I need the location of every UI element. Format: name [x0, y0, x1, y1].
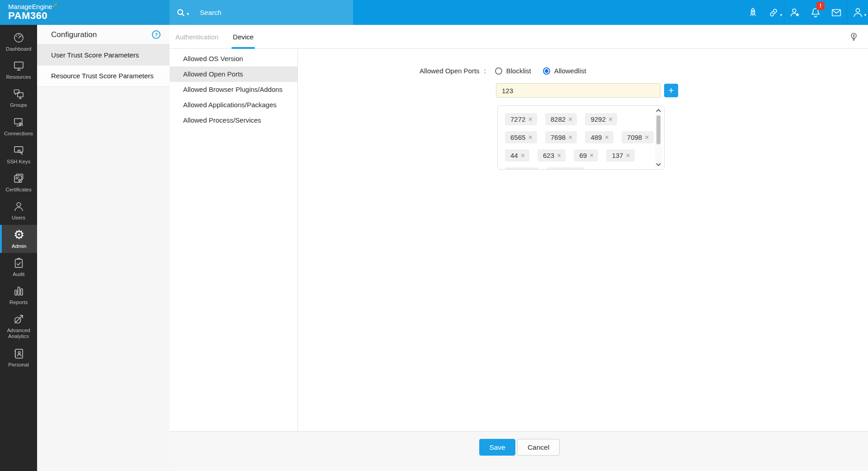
add-port-button[interactable]: + [664, 84, 678, 97]
clipboard-check-icon [13, 257, 25, 269]
sidebar-item-admin[interactable]: ⚙ Admin [0, 225, 37, 253]
certificate-icon [13, 172, 25, 185]
port-chip: 137× [606, 149, 634, 162]
sidebar-item-ssh-keys[interactable]: SSH Keys [0, 140, 37, 168]
user-review-icon[interactable] [784, 0, 805, 25]
blocklist-label: Blocklist [506, 67, 531, 75]
port-input[interactable] [496, 83, 660, 98]
port-chip: 9292× [585, 113, 617, 125]
menu-item-allowed-browser-plugins[interactable]: Allowed Browser Plugins/Addons [170, 82, 297, 97]
notebook-icon [13, 347, 25, 360]
form-footer: Save Cancel [170, 432, 868, 471]
menu-item-allowed-open-ports[interactable]: Allowed Open Ports [170, 67, 297, 82]
sidebar-item-dashboard[interactable]: Dashboard [0, 28, 37, 56]
topbar-actions: ▾ ! ▾ [353, 0, 868, 25]
left-nav-rail: Dashboard Resources Groups Connections S… [0, 25, 37, 471]
configuration-panel: Configuration ? User Trust Score Paramet… [37, 25, 170, 471]
port-chip: 44× [505, 149, 529, 162]
tabs-bar: Authentication Device [170, 25, 868, 49]
quick-links-icon[interactable]: ▾ [763, 0, 784, 25]
bar-chart-icon [13, 285, 25, 297]
chip-row: 6565× 7698× 489× 7098× [505, 131, 649, 143]
sidebar-item-certificates[interactable]: Certificates [0, 168, 37, 196]
config-item-resource-trust-score[interactable]: Resource Trust Score Parameters [37, 66, 170, 86]
port-chip: 6565× [505, 131, 537, 143]
chip-row: 7272× 8282× 9292× [505, 113, 649, 125]
remove-chip-icon[interactable]: × [528, 115, 532, 124]
scrollbar-thumb[interactable] [656, 115, 660, 144]
port-chip-partial [505, 167, 538, 170]
topbar: ManageEngine PAM360 ▾ ▾ ! ▾ [0, 0, 868, 25]
port-chips-box: 7272× 8282× 9292× 6565× 7698× 489× 7098×… [497, 105, 665, 170]
port-chip: 7098× [622, 131, 654, 143]
sidebar-item-personal[interactable]: Personal [0, 343, 37, 371]
allowedlist-label: Allowedlist [554, 67, 586, 75]
ssh-key-icon [13, 144, 25, 157]
mail-icon[interactable] [826, 0, 847, 25]
sidebar-item-advanced-analytics[interactable]: Advanced Analytics [0, 309, 37, 343]
monitors-icon [13, 88, 25, 100]
form-label: Allowed Open Ports [420, 67, 480, 75]
notification-badge[interactable]: ! [816, 2, 825, 10]
config-item-user-trust-score[interactable]: User Trust Score Parameters [37, 45, 170, 66]
list-mode-row: Allowed Open Ports : Blocklist Allowedli… [420, 67, 586, 75]
remove-chip-icon[interactable]: × [645, 133, 649, 142]
menu-item-allowed-applications[interactable]: Allowed Applications/Packages [170, 97, 297, 113]
brand-line1: ManageEngine [8, 3, 59, 10]
notifications-bell-icon[interactable]: ! [805, 0, 826, 25]
port-chip: 7272× [505, 113, 537, 125]
cancel-button[interactable]: Cancel [517, 439, 560, 456]
remove-chip-icon[interactable]: × [568, 115, 572, 124]
blocklist-radio[interactable] [495, 67, 502, 75]
remove-chip-icon[interactable]: × [528, 133, 532, 142]
profile-caret-icon: ▾ [864, 13, 866, 17]
page-title: Configuration [51, 30, 97, 39]
remove-chip-icon[interactable]: × [609, 115, 613, 124]
device-menu: Allowed OS Version Allowed Open Ports Al… [170, 49, 298, 431]
tips-lightbulb-icon[interactable] [849, 32, 859, 42]
chip-row-partial [505, 167, 649, 170]
remove-chip-icon[interactable]: × [626, 152, 630, 160]
port-chip: 623× [538, 149, 566, 162]
port-chip: 7698× [545, 131, 577, 143]
chips-scrollbar[interactable] [655, 108, 662, 167]
scroll-up-icon[interactable] [656, 109, 661, 113]
sidebar-item-connections[interactable]: Connections [0, 112, 37, 140]
quick-links-caret-icon: ▾ [780, 13, 782, 17]
sidebar-item-audit[interactable]: Audit [0, 253, 37, 281]
gauge-icon [13, 32, 25, 44]
port-chip: 489× [585, 131, 613, 143]
menu-item-allowed-os-version[interactable]: Allowed OS Version [170, 51, 297, 67]
sidebar-item-users[interactable]: Users [0, 196, 37, 224]
remove-chip-icon[interactable]: × [521, 152, 525, 160]
brand-pam360-text: PAM360 [8, 10, 170, 22]
profile-user-icon[interactable]: ▾ [847, 0, 868, 25]
allowedlist-radio[interactable] [543, 67, 550, 75]
sidebar-item-reports[interactable]: Reports [0, 281, 37, 309]
remove-chip-icon[interactable]: × [557, 152, 561, 160]
analytics-icon [13, 313, 25, 325]
search-icon[interactable] [176, 8, 186, 18]
gear-icon: ⚙ [13, 229, 25, 241]
port-chip-partial [547, 167, 585, 170]
brand-manageengine-text: ManageEngine [8, 3, 52, 10]
save-button[interactable]: Save [479, 439, 515, 456]
menu-item-allowed-process-services[interactable]: Allowed Process/Services [170, 113, 297, 128]
search-input[interactable] [200, 9, 353, 16]
brand-swoosh-icon [53, 2, 59, 8]
whats-new-rocket-icon[interactable] [742, 0, 763, 25]
scroll-down-icon[interactable] [656, 162, 661, 167]
port-chip: 8282× [545, 113, 577, 125]
remove-chip-icon[interactable]: × [568, 133, 572, 142]
remove-chip-icon[interactable]: × [604, 133, 609, 142]
person-icon [13, 200, 25, 213]
sidebar-item-resources[interactable]: Resources [0, 56, 37, 84]
tab-device[interactable]: Device [233, 25, 254, 49]
chip-row: 44× 623× 69× 137× [505, 149, 649, 162]
remove-chip-icon[interactable]: × [590, 152, 594, 160]
help-icon[interactable]: ? [152, 30, 160, 39]
search-scope-caret-icon[interactable]: ▾ [187, 11, 189, 16]
remote-connection-icon [13, 116, 25, 128]
sidebar-item-groups[interactable]: Groups [0, 84, 37, 112]
tab-authentication[interactable]: Authentication [175, 25, 218, 49]
